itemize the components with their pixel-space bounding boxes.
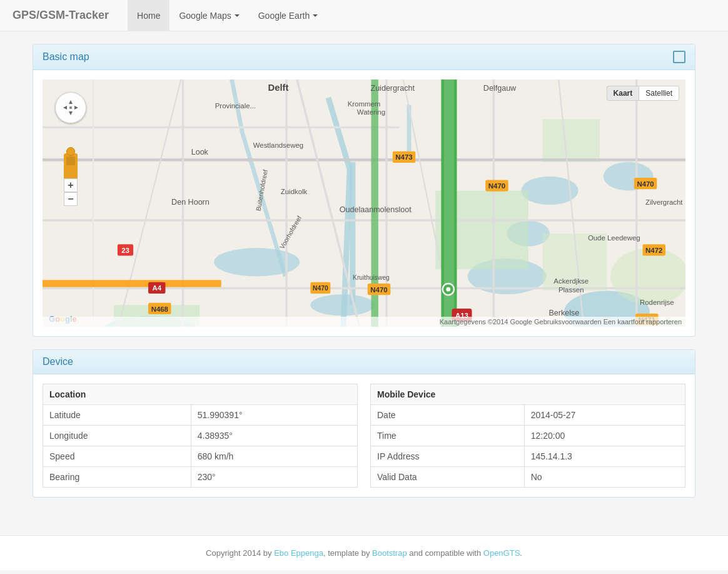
- svg-point-90: [446, 287, 450, 292]
- mobile-value: 145.14.1.3: [524, 446, 685, 467]
- map-container: A13 E19 N470 N473 N470 N468: [43, 79, 685, 327]
- nav-google-earth[interactable]: Google Earth: [249, 0, 328, 31]
- svg-text:Krommem: Krommem: [348, 100, 381, 108]
- zoom-in-button[interactable]: +: [64, 178, 78, 192]
- location-value: 4.38935°: [191, 426, 357, 446]
- svg-text:Look: Look: [191, 148, 209, 156]
- map-pan-control[interactable]: [55, 92, 86, 123]
- svg-text:Provinciale...: Provinciale...: [215, 102, 256, 110]
- svg-text:N472: N472: [645, 247, 662, 254]
- table-row: Speed680 km/h: [43, 446, 358, 467]
- footer-text-middle: , template by: [323, 548, 372, 558]
- svg-marker-92: [69, 111, 73, 115]
- location-label: Longitude: [43, 426, 191, 446]
- svg-rect-28: [93, 79, 94, 327]
- svg-rect-26: [493, 79, 495, 327]
- map-panel-body: A13 E19 N470 N473 N470 N468: [33, 70, 695, 336]
- mobile-table: Mobile Device Date2014-05-27Time12:20:00…: [370, 384, 685, 488]
- device-panel-heading: Device: [33, 350, 695, 374]
- map-type-satelliet-button[interactable]: Satelliet: [639, 86, 679, 101]
- svg-text:Watering: Watering: [357, 108, 385, 116]
- brand[interactable]: GPS/GSM-Tracker: [13, 9, 109, 22]
- svg-rect-24: [285, 79, 287, 327]
- location-value: 51.990391°: [191, 405, 357, 426]
- svg-text:N470: N470: [488, 182, 505, 190]
- footer-text-after: and compatible with: [407, 548, 483, 558]
- device-panel-title: Device: [43, 356, 73, 367]
- main-content: Basic map: [20, 31, 708, 523]
- table-row: Latitude51.990391°: [43, 405, 358, 426]
- svg-rect-18: [43, 158, 685, 161]
- location-value: 680 km/h: [191, 446, 357, 467]
- svg-text:Rodenrijse: Rodenrijse: [640, 299, 674, 306]
- svg-point-15: [610, 248, 685, 305]
- svg-text:N470: N470: [637, 180, 654, 188]
- location-table-heading: Location: [43, 384, 358, 405]
- mobile-value: 12:20:00: [524, 426, 685, 446]
- svg-text:Ackerdjkse: Ackerdjkse: [554, 277, 589, 285]
- device-panel: Device Location Latitude51.990391°Longit…: [33, 349, 695, 498]
- table-row: Date2014-05-27: [371, 405, 685, 426]
- map-controls: + −: [55, 92, 86, 206]
- device-grid: Location Latitude51.990391°Longitude4.38…: [43, 384, 685, 488]
- mobile-label: Valid Data: [371, 467, 525, 488]
- svg-marker-91: [69, 100, 73, 104]
- footer-bootstrap-link[interactable]: Bootstrap: [372, 548, 407, 558]
- location-table: Location Latitude51.990391°Longitude4.38…: [43, 384, 358, 488]
- svg-text:N468: N468: [151, 305, 168, 313]
- chevron-down-icon: [313, 14, 318, 17]
- location-label: Latitude: [43, 405, 191, 426]
- map-type-buttons: Kaart Satelliet: [607, 86, 679, 101]
- svg-text:Plassen: Plassen: [559, 286, 584, 294]
- location-label: Speed: [43, 446, 191, 467]
- svg-text:N473: N473: [395, 153, 412, 161]
- footer-text-before: Copyright 2014 by: [206, 548, 274, 558]
- map-panel: Basic map: [33, 44, 695, 337]
- svg-text:Delfgauw: Delfgauw: [483, 84, 517, 93]
- svg-text:23: 23: [121, 247, 129, 254]
- svg-text:Oudelaanmolensloot: Oudelaanmolensloot: [340, 205, 412, 214]
- zoom-controls: + −: [55, 148, 86, 206]
- map-attribution: Kaartgegevens ©2014 Google Gebruiksvoorw…: [43, 317, 685, 327]
- pegman[interactable]: [64, 153, 78, 178]
- mobile-value: 2014-05-27: [524, 405, 685, 426]
- footer-author-link[interactable]: Ebo Eppenga: [274, 548, 323, 558]
- mobile-label: Time: [371, 426, 525, 446]
- svg-marker-94: [74, 106, 78, 110]
- expand-icon[interactable]: [673, 51, 685, 63]
- table-row: Bearing230°: [43, 467, 358, 488]
- svg-text:Oude Leedeweg: Oude Leedeweg: [588, 234, 640, 242]
- map-panel-heading: Basic map: [33, 44, 695, 70]
- svg-text:A4: A4: [152, 284, 161, 292]
- table-row: Valid DataNo: [371, 467, 685, 488]
- zoom-out-button[interactable]: −: [64, 192, 78, 206]
- mobile-label: Date: [371, 405, 525, 426]
- location-value: 230°: [191, 467, 357, 488]
- chevron-down-icon: [235, 14, 240, 17]
- mobile-label: IP Address: [371, 446, 525, 467]
- map-type-kaart-button[interactable]: Kaart: [607, 86, 639, 101]
- svg-rect-16: [543, 119, 600, 162]
- svg-marker-93: [63, 106, 67, 110]
- svg-text:N470: N470: [370, 286, 387, 294]
- svg-rect-27: [635, 79, 637, 327]
- svg-text:N470: N470: [313, 285, 328, 292]
- svg-rect-20: [43, 287, 685, 289]
- nav-home[interactable]: Home: [128, 0, 169, 31]
- footer-text-end: .: [520, 548, 522, 558]
- location-label: Bearing: [43, 467, 191, 488]
- table-row: IP Address145.14.1.3: [371, 446, 685, 467]
- svg-text:Delft: Delft: [268, 83, 288, 93]
- svg-rect-22: [43, 126, 400, 128]
- mobile-value: No: [524, 467, 685, 488]
- footer-opengts-link[interactable]: OpenGTS: [483, 548, 520, 558]
- navbar: GPS/GSM-Tracker Home Google Maps Google …: [0, 0, 728, 31]
- svg-rect-19: [43, 219, 685, 221]
- mobile-table-heading: Mobile Device: [371, 384, 685, 405]
- pan-arrows-icon: [61, 98, 80, 117]
- map-panel-title: Basic map: [43, 51, 89, 63]
- device-panel-body: Location Latitude51.990391°Longitude4.38…: [33, 374, 695, 497]
- footer: Copyright 2014 by Ebo Eppenga, template …: [0, 535, 728, 570]
- table-row: Time12:20:00: [371, 426, 685, 446]
- nav-google-maps[interactable]: Google Maps: [169, 0, 248, 31]
